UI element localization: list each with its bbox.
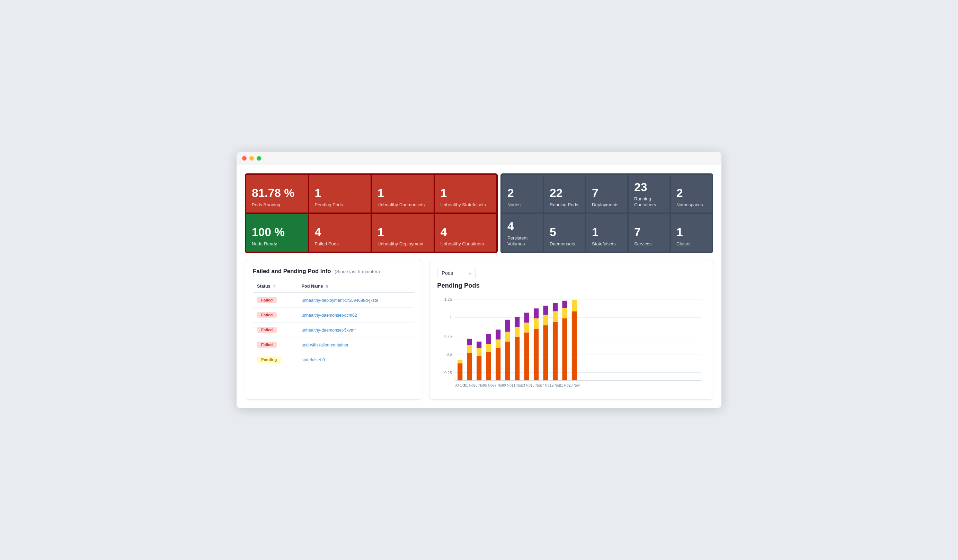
pod-table: Status ⇅ Pod Name ⇅ Failedunhealthy-depl… xyxy=(253,280,414,367)
svg-rect-34 xyxy=(534,329,539,380)
metric-card-running-containers: 23 Running Containers xyxy=(629,175,669,212)
browser-window: 81.78 % Pods Running 1 Pending Pods 1 Un… xyxy=(236,152,722,408)
metric-label-unhealthy-containers: Unhealthy Conatiners xyxy=(441,241,491,247)
metric-card-persistent-volumes: 4 Persistent Volumes xyxy=(502,214,543,252)
pod-name-link[interactable]: unhealthy-daemonset-5xvmr xyxy=(302,328,356,332)
pod-name-cell: unhealthy-daemonset-5xvmr xyxy=(298,323,415,337)
metric-value-unhealthy-statefulsets: 1 xyxy=(441,187,491,200)
metric-card-nodes: 2 Nodes xyxy=(502,175,543,212)
metric-value-daemonsets: 5 xyxy=(550,226,579,239)
metric-label-namespaces: Namespaces xyxy=(676,202,706,208)
status-badge: Failed xyxy=(257,327,277,333)
svg-rect-46 xyxy=(572,311,577,380)
metric-card-failed-pods: 4 Failed Pods xyxy=(309,214,371,252)
svg-rect-17 xyxy=(477,348,481,356)
svg-rect-37 xyxy=(543,325,548,380)
svg-rect-20 xyxy=(486,344,491,352)
metric-value-failed-pods: 4 xyxy=(315,226,365,239)
metric-card-cluster: 1 Cluster xyxy=(671,214,712,252)
gray-metrics-section: 2 Nodes 22 Running Pods 7 Deployments 23… xyxy=(500,173,713,253)
metric-value-running-containers: 23 xyxy=(634,181,664,194)
metric-label-nodes: Nodes xyxy=(508,202,537,208)
close-button[interactable] xyxy=(242,156,247,161)
metric-label-deployments: Deployments xyxy=(592,202,622,208)
svg-rect-18 xyxy=(477,342,481,348)
svg-text:23 Nov: 23 Nov xyxy=(569,383,580,387)
maximize-button[interactable] xyxy=(257,156,261,161)
metric-card-node-ready: 100 % Node Ready xyxy=(246,214,308,252)
metric-value-pods-running: 81.78 % xyxy=(252,187,302,200)
metric-label-unhealthy-statefulsets: Unhealthy Statefulsets xyxy=(441,202,491,208)
pod-table-title: Failed and Pending Pod Info xyxy=(253,268,331,274)
metric-label-services: Services xyxy=(634,241,664,247)
svg-rect-19 xyxy=(486,352,491,380)
chart-controls: Pods Containers Nodes xyxy=(437,268,705,278)
metric-card-daemonsets: 5 Daemonsets xyxy=(544,214,585,252)
metric-card-running-pods: 22 Running Pods xyxy=(544,175,585,212)
metric-value-unhealthy-containers: 4 xyxy=(441,226,491,239)
table-row: Pendingstatefulset-0 xyxy=(253,352,414,367)
metric-label-failed-pods: Failed Pods xyxy=(315,241,365,247)
metric-label-node-ready: Node Ready xyxy=(252,241,302,247)
pod-status-cell: Failed xyxy=(253,293,298,308)
svg-rect-36 xyxy=(534,308,539,318)
chart-title: Pending Pods xyxy=(437,282,705,289)
metric-card-statefulsets: 1 Statefulsets xyxy=(586,214,627,252)
pods-dropdown[interactable]: Pods Containers Nodes xyxy=(437,268,476,278)
svg-rect-35 xyxy=(534,318,539,329)
svg-rect-30 xyxy=(515,317,520,327)
table-row: Failedunhealthy-daemonset-5xvmr xyxy=(253,323,414,337)
table-row: Failedunhealthy-daemonset-dcm62 xyxy=(253,308,414,323)
pod-name-link[interactable]: unhealthy-deployment-5f5594688d-j7zt9 xyxy=(302,298,379,303)
svg-rect-28 xyxy=(515,337,520,380)
status-badge: Failed xyxy=(257,297,277,303)
pod-status-cell: Failed xyxy=(253,323,298,337)
pod-name-link[interactable]: unhealthy-daemonset-dcm62 xyxy=(302,313,357,318)
metric-value-running-pods: 22 xyxy=(550,187,579,200)
svg-rect-11 xyxy=(458,364,462,380)
chart-panel: Pods Containers Nodes Pending Pods xyxy=(429,260,713,400)
col-header-status[interactable]: Status ⇅ xyxy=(253,280,298,293)
metric-label-unhealthy-daemonsets: Unhealthy Daemonsets xyxy=(377,202,428,208)
metric-card-pods-running: 81.78 % Pods Running xyxy=(246,175,308,212)
pod-name-cell: unhealthy-deployment-5f5594688d-j7zt9 xyxy=(298,293,415,308)
svg-rect-16 xyxy=(477,356,481,380)
pod-name-cell: statefulset-0 xyxy=(298,352,415,367)
svg-rect-44 xyxy=(563,308,567,318)
status-badge: Pending xyxy=(257,356,281,363)
svg-rect-41 xyxy=(553,311,558,322)
minimize-button[interactable] xyxy=(249,156,254,161)
chart-area: 1.25 1 0.75 0.5 0.25 xyxy=(437,295,705,392)
svg-rect-29 xyxy=(515,327,520,337)
metric-value-node-ready: 100 % xyxy=(252,226,302,239)
metric-label-statefulsets: Statefulsets xyxy=(592,241,622,247)
pod-name-cell: pod-with-failed-container xyxy=(298,337,415,352)
metric-card-unhealthy-containers: 4 Unhealthy Conatiners xyxy=(435,214,496,252)
metric-label-pods-running: Pods Running xyxy=(252,202,302,208)
svg-rect-31 xyxy=(524,332,529,380)
svg-rect-21 xyxy=(486,334,491,344)
svg-rect-15 xyxy=(467,339,472,345)
svg-text:1.25: 1.25 xyxy=(444,297,452,301)
red-metrics-section: 81.78 % Pods Running 1 Pending Pods 1 Un… xyxy=(245,173,498,253)
metric-label-pending-pods: Pending Pods xyxy=(315,202,365,208)
svg-rect-25 xyxy=(505,342,510,380)
pod-name-link[interactable]: statefulset-0 xyxy=(302,358,325,362)
svg-rect-27 xyxy=(505,320,510,332)
svg-rect-39 xyxy=(543,305,548,315)
pods-dropdown-wrapper[interactable]: Pods Containers Nodes xyxy=(437,268,476,278)
pod-name-cell: unhealthy-daemonset-dcm62 xyxy=(298,308,415,323)
svg-rect-42 xyxy=(553,303,558,311)
metric-card-unhealthy-deployment: 1 Unhealthy Deployment xyxy=(372,214,434,252)
svg-text:1: 1 xyxy=(450,316,452,320)
metric-label-cluster: Cluster xyxy=(676,241,706,247)
col-header-pod-name[interactable]: Pod Name ⇅ xyxy=(298,280,415,293)
svg-rect-47 xyxy=(572,300,577,312)
pod-name-link[interactable]: pod-with-failed-container xyxy=(302,343,349,348)
pod-status-cell: Failed xyxy=(253,308,298,323)
sort-icon-status: ⇅ xyxy=(273,285,276,288)
svg-rect-33 xyxy=(524,313,529,323)
svg-rect-12 xyxy=(458,360,462,364)
pod-info-panel: Failed and Pending Pod Info (Since last … xyxy=(245,260,422,400)
metric-card-unhealthy-statefulsets: 1 Unhealthy Statefulsets xyxy=(435,175,496,212)
